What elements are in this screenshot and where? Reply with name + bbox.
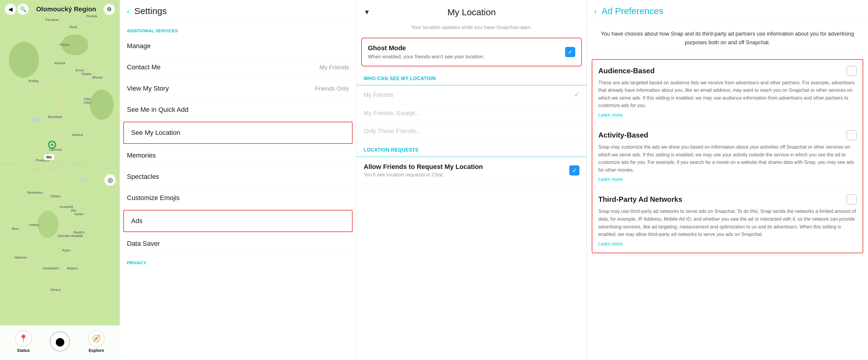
audience-based-desc: These are ads targeted based on audience…: [598, 79, 857, 109]
location-subtitle: Your location updates while you have Sna…: [356, 25, 587, 35]
ghost-mode-title: Ghost Mode: [368, 44, 485, 52]
third-party-learn-more[interactable]: Learn more: [598, 241, 623, 247]
explore-button[interactable]: 🧭 Explore: [88, 330, 105, 353]
recenter-button[interactable]: ◎: [104, 174, 116, 186]
audience-based-item: Audience-Based These are ads targeted ba…: [598, 66, 857, 124]
ad-preferences-panel: ‹ Ad Preferences You have choices about …: [587, 0, 868, 360]
svg-point-5: [37, 211, 58, 238]
settings-contact-me[interactable]: Contact Me My Friends: [120, 57, 356, 78]
audience-based-header: Audience-Based: [598, 66, 857, 76]
manage-label: Manage: [127, 42, 151, 50]
allow-friends-box: Allow Friends to Request My Location You…: [356, 157, 587, 184]
settings-see-location[interactable]: See My Location: [124, 122, 352, 143]
allow-friends-content: Allow Friends to Request My Location You…: [364, 163, 483, 178]
ad-header: ‹ Ad Preferences: [587, 0, 868, 23]
data-saver-label: Data Saver: [127, 240, 160, 248]
who-section-label: WHO CAN SEE MY LOCATION: [356, 69, 587, 85]
ad-section-box: Audience-Based These are ads targeted ba…: [592, 59, 863, 253]
target-icon: ◎: [108, 176, 113, 184]
third-party-ad-item: Third-Party Ad Networks Snap may use thi…: [598, 194, 857, 247]
ad-intro-text: You have choices about how Snap and its …: [587, 23, 868, 55]
ad-preferences-title: Ad Preferences: [601, 6, 663, 16]
settings-spectacles[interactable]: Spectacles: [120, 166, 356, 188]
location-panel: ▼ My Location Your location updates whil…: [356, 0, 587, 360]
third-party-ad-title: Third-Party Ad Networks: [598, 195, 682, 204]
settings-data-saver[interactable]: Data Saver: [120, 233, 356, 255]
ads-label: Ads: [131, 217, 143, 225]
see-location-label: See My Location: [131, 129, 180, 137]
allow-friends-title: Allow Friends to Request My Location: [364, 163, 483, 171]
activity-based-item: Activity-Based Snap may customize the ad…: [598, 130, 857, 188]
third-party-ad-desc: Snap may use third-party ad networks to …: [598, 207, 857, 238]
status-icon: 📍: [19, 334, 28, 343]
settings-header: ‹ Settings: [120, 0, 356, 23]
settings-emojis[interactable]: Customize Emojis: [120, 188, 356, 209]
requests-section-divider: [356, 156, 587, 157]
settings-button[interactable]: ⚙: [103, 4, 115, 15]
back-icon: ◀: [8, 6, 12, 12]
settings-title: Settings: [134, 6, 167, 16]
activity-learn-more[interactable]: Learn more: [598, 177, 623, 182]
location-option-friends-except[interactable]: My Friends, Except...: [356, 104, 587, 122]
audience-based-title: Audience-Based: [598, 67, 655, 75]
who-section-divider: [356, 85, 587, 86]
allow-friends-desc: You'll see location requests in Chat.: [364, 172, 483, 178]
my-friends-label: My Friends: [364, 92, 393, 98]
settings-back-button[interactable]: ‹: [127, 7, 130, 16]
map-bottom-bar: 📍 Status ⬤ 🧭 Explore: [0, 325, 120, 360]
audience-based-checkbox[interactable]: [846, 66, 857, 76]
settings-quick-add[interactable]: See Me in Quick Add: [120, 99, 356, 121]
settings-manage[interactable]: Manage: [120, 36, 356, 57]
ghost-mode-content: Ghost Mode When enabled, your friends wo…: [368, 44, 485, 60]
location-option-my-friends[interactable]: My Friends ✓: [356, 86, 587, 104]
explore-icon: 🧭: [92, 334, 101, 343]
search-icon: 🔍: [20, 6, 26, 12]
settings-ads[interactable]: Ads: [124, 210, 352, 231]
my-friends-check: ✓: [574, 91, 580, 99]
camera-icon: ⬤: [55, 337, 65, 347]
settings-see-location-highlighted: See My Location: [123, 122, 352, 144]
friends-except-label: My Friends, Except...: [364, 110, 420, 117]
location-option-only-these[interactable]: Only These Friends...: [356, 122, 587, 140]
gear-icon: ⚙: [107, 6, 112, 12]
explore-label: Explore: [89, 348, 104, 353]
svg-point-3: [9, 42, 39, 78]
contact-me-label: Contact Me: [127, 63, 161, 71]
svg-point-6: [61, 34, 88, 55]
location-dropdown-icon[interactable]: ▼: [364, 8, 370, 16]
only-these-label: Only These Friends...: [364, 128, 421, 135]
third-party-ad-checkbox[interactable]: [846, 194, 857, 204]
settings-ads-highlighted: Ads: [123, 210, 352, 232]
user-location-pin: Me: [48, 140, 56, 153]
location-title: My Location: [447, 7, 496, 17]
privacy-label: PRIVACY: [120, 255, 356, 268]
activity-based-checkbox[interactable]: [846, 130, 857, 140]
emojis-label: Customize Emojis: [127, 194, 180, 202]
location-requests-label: LOCATION REQUESTS: [356, 140, 587, 156]
svg-point-9: [51, 143, 54, 146]
svg-point-4: [90, 90, 114, 120]
activity-based-title: Activity-Based: [598, 131, 648, 139]
status-button[interactable]: 📍 Status: [15, 330, 32, 353]
spectacles-label: Spectacles: [127, 173, 159, 181]
ghost-mode-box: Ghost Mode When enabled, your friends wo…: [361, 38, 582, 66]
status-label: Status: [17, 348, 30, 353]
settings-memories[interactable]: Memories: [120, 145, 356, 166]
location-header: ▼ My Location: [356, 0, 587, 25]
map-header: ◀ 🔍 Olomoucký Region ⚙: [0, 0, 120, 19]
contact-me-value: My Friends: [319, 64, 349, 71]
map-background: [0, 0, 120, 360]
audience-learn-more[interactable]: Learn more: [598, 112, 623, 118]
ad-back-button[interactable]: ‹: [594, 7, 597, 16]
search-button[interactable]: 🔍: [18, 4, 29, 15]
view-story-value: Friends Only: [315, 85, 349, 92]
back-button[interactable]: ◀: [5, 4, 16, 15]
me-label: Me: [44, 154, 55, 160]
allow-friends-checkbox[interactable]: ✓: [569, 165, 580, 175]
ghost-mode-checkbox[interactable]: ✓: [565, 47, 575, 57]
activity-based-header: Activity-Based: [598, 130, 857, 140]
settings-view-story[interactable]: View My Story Friends Only: [120, 78, 356, 99]
settings-panel: ‹ Settings ADDITIONAL SERVICES Manage Co…: [120, 0, 356, 360]
ghost-mode-description: When enabled, your friends won't see you…: [368, 54, 485, 60]
camera-button[interactable]: ⬤: [50, 331, 70, 352]
